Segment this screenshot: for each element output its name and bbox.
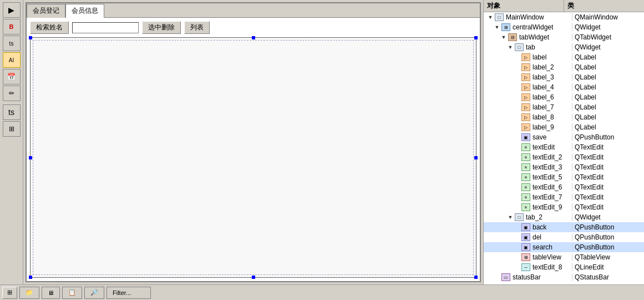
list-button[interactable]: 列表 [184, 21, 210, 34]
taskbar-item-2[interactable]: 🖥 [42, 287, 60, 299]
handle-top-left [29, 36, 32, 39]
tree-row-label_8[interactable]: ▷label_8QLabel [484, 112, 644, 122]
tree-row-tab_2[interactable]: ▼□tab_2QWidget [484, 212, 644, 222]
tree-row-label_9[interactable]: ▷label_9QLabel [484, 122, 644, 132]
tab-widget: 会员登记 会员信息 检索姓名 选中删除 列表 [26, 2, 481, 282]
handle-top-right [474, 36, 478, 39]
tree-label-label_3: label_3 [533, 73, 554, 81]
tree-label-label_8: label_8 [533, 113, 554, 121]
tree-label-textEdit_6: textEdit_6 [533, 183, 562, 191]
tree-row-textEdit_9[interactable]: ≡textEdit_9QTextEdit [484, 202, 644, 212]
tree-class-statusBar: QStatusBar [572, 273, 644, 281]
sidebar-icon-arrow[interactable]: ▶ [3, 2, 21, 18]
tree-icon-label_9: ▷ [521, 123, 530, 131]
main-table-area [30, 37, 476, 278]
tree-row-save[interactable]: ▣saveQPushButton [484, 132, 644, 142]
tree-row-label[interactable]: ▷labelQLabel [484, 52, 644, 62]
tree-row-search[interactable]: ▣searchQPushButton [484, 242, 644, 252]
tree-icon-label_7: ▷ [521, 103, 530, 111]
tree-label-central_widget: centralWidget [513, 23, 553, 31]
tree-class-central_widget: QWidget [572, 23, 644, 31]
tree-row-textEdit_2[interactable]: ≡textEdit_2QTextEdit [484, 152, 644, 162]
tree-icon-back: ▣ [521, 223, 530, 231]
handle-mid-right [474, 156, 478, 159]
tree-row-textEdit[interactable]: ≡textEditQTextEdit [484, 142, 644, 152]
tree-class-label_3: QLabel [572, 73, 644, 81]
sidebar-icon-grid[interactable]: ⊞ [3, 121, 21, 137]
tree-class-tableView: QTableView [572, 253, 644, 261]
tree-icon-tab_2: □ [515, 213, 524, 221]
tree-class-label: QLabel [572, 53, 644, 61]
taskbar-filter[interactable]: Filter... [107, 287, 151, 299]
tree-class-textEdit_3: QTextEdit [572, 163, 644, 171]
tree-row-label_2[interactable]: ▷label_2QLabel [484, 62, 644, 72]
sidebar-icon-ts[interactable]: ts [3, 36, 21, 51]
tree-expand-tab_2[interactable]: ▼ [507, 214, 514, 220]
tree-row-central_widget[interactable]: ▼⊞centralWidgetQWidget [484, 22, 644, 32]
tree-label-label_7: label_7 [533, 103, 554, 111]
tree-label-tab: tab [526, 43, 535, 51]
tree-class-tab_2: QWidget [572, 213, 644, 221]
sidebar-icon-ts2[interactable]: ts [3, 104, 21, 120]
tree-label-save: save [533, 133, 546, 141]
tree-label-tab_widget: tabWidget [519, 33, 549, 41]
tree-class-del: QPushButton [572, 233, 644, 241]
tree-icon-central_widget: ⊞ [501, 23, 510, 31]
tab-content: 检索姓名 选中删除 列表 [27, 18, 480, 281]
tree-row-tab_widget[interactable]: ▼⊟tabWidgetQTabWidget [484, 32, 644, 42]
sidebar-icon-pencil[interactable]: ✏ [3, 86, 21, 101]
sidebar-icon-ai[interactable]: AI [3, 52, 21, 68]
tree-icon-textEdit_2: ≡ [521, 153, 530, 161]
col-header-class: 类 [564, 0, 644, 12]
tree-expand-tab[interactable]: ▼ [507, 44, 514, 50]
left-sidebar: ▶ B ts AI 📅 ✏ ts ⊞ [0, 0, 23, 284]
tree-expand-main_window[interactable]: ▼ [487, 14, 494, 20]
tree-label-del: del [533, 233, 541, 241]
tree-icon-del: ▣ [521, 233, 530, 241]
sidebar-icon-calendar[interactable]: 📅 [3, 69, 21, 84]
tree-icon-label_3: ▷ [521, 73, 530, 81]
tree-row-textEdit_3[interactable]: ≡textEdit_3QTextEdit [484, 162, 644, 172]
tree-expand-central_widget[interactable]: ▼ [494, 24, 500, 30]
tree-label-textEdit_9: textEdit_9 [533, 203, 562, 211]
tree-row-textEdit_7[interactable]: ≡textEdit_7QTextEdit [484, 192, 644, 202]
tree-row-label_6[interactable]: ▷label_6QLabel [484, 92, 644, 102]
taskbar-item-3[interactable]: 📋 [62, 287, 82, 299]
delete-selected-button[interactable]: 选中删除 [142, 21, 181, 34]
tree-icon-label_8: ▷ [521, 113, 530, 121]
taskbar-item-1[interactable]: 📁 [19, 287, 39, 299]
taskbar-item-4[interactable]: 🔎 [84, 287, 104, 299]
object-tree[interactable]: ▼□MainWindowQMainWindow▼⊞centralWidgetQW… [484, 12, 644, 284]
tree-icon-tableView: ⊞ [521, 253, 530, 261]
tree-class-textEdit_9: QTextEdit [572, 203, 644, 211]
tree-class-textEdit_5: QTextEdit [572, 173, 644, 181]
tab-member-register[interactable]: 会员登记 [27, 4, 65, 18]
tree-row-main_window[interactable]: ▼□MainWindowQMainWindow [484, 12, 644, 22]
tree-row-label_4[interactable]: ▷label_4QLabel [484, 82, 644, 92]
tree-row-label_7[interactable]: ▷label_7QLabel [484, 102, 644, 112]
search-name-button[interactable]: 检索姓名 [30, 21, 69, 34]
tree-row-label_3[interactable]: ▷label_3QLabel [484, 72, 644, 82]
tree-row-del[interactable]: ▣delQPushButton [484, 232, 644, 242]
search-input[interactable] [72, 22, 139, 33]
tree-row-textEdit_5[interactable]: ≡textEdit_5QTextEdit [484, 172, 644, 182]
tree-icon-textEdit_8: ─ [521, 263, 530, 271]
taskbar-start[interactable]: ⊞ [2, 287, 17, 299]
tree-row-back[interactable]: ▣backQPushButton [484, 222, 644, 232]
tree-row-statusBar[interactable]: ▭statusBarQStatusBar [484, 272, 644, 282]
tree-expand-tab_widget[interactable]: ▼ [500, 34, 507, 40]
tree-row-tableView[interactable]: ⊞tableViewQTableView [484, 252, 644, 262]
right-panel: 对象 类 ▼□MainWindowQMainWindow▼⊞centralWid… [483, 0, 644, 284]
tree-class-textEdit_7: QTextEdit [572, 193, 644, 201]
inner-selection-border [33, 40, 474, 275]
tree-label-label_6: label_6 [533, 93, 554, 101]
tree-label-label: label [533, 53, 546, 61]
tree-row-textEdit_6[interactable]: ≡textEdit_6QTextEdit [484, 182, 644, 192]
tree-row-textEdit_8[interactable]: ─textEdit_8QLineEdit [484, 262, 644, 272]
tree-label-textEdit_7: textEdit_7 [533, 193, 562, 201]
tree-row-tab[interactable]: ▼□tabQWidget [484, 42, 644, 52]
tree-icon-tab_widget: ⊟ [508, 33, 517, 41]
tab-member-info[interactable]: 会员信息 [65, 4, 104, 18]
sidebar-icon-b[interactable]: B [3, 19, 21, 34]
tree-label-textEdit: textEdit [533, 143, 555, 151]
